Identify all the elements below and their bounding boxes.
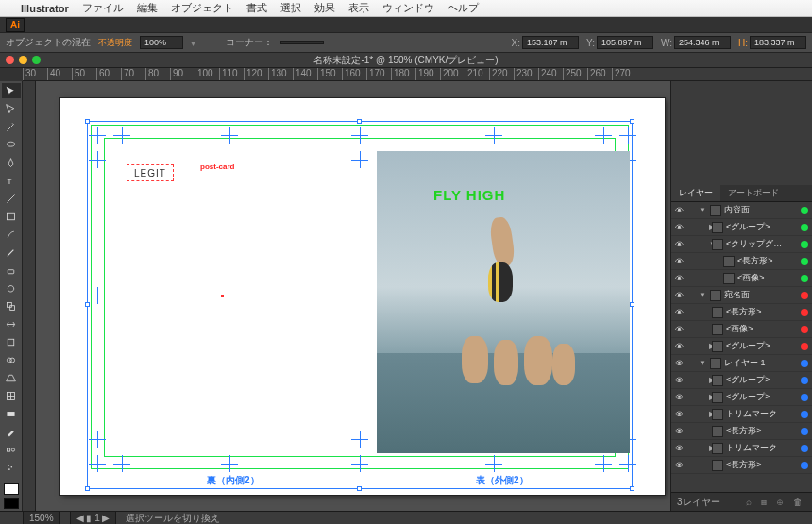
menu-file[interactable]: ファイル	[82, 1, 124, 15]
layer-row[interactable]: 👁<長方形>	[671, 304, 812, 321]
svg-point-14	[8, 465, 9, 466]
layer-row[interactable]: 👁<長方形>	[671, 253, 812, 270]
menu-help[interactable]: ヘルプ	[448, 1, 479, 15]
layer-row[interactable]: 👁▼レイヤー 1	[671, 355, 812, 372]
menu-type[interactable]: 書式	[246, 1, 267, 15]
visibility-icon[interactable]: 👁	[671, 393, 686, 402]
eyedropper-tool[interactable]	[2, 424, 21, 439]
ruler-vertical[interactable]	[23, 81, 36, 511]
paintbrush-tool[interactable]	[2, 227, 21, 242]
magic-wand-tool[interactable]	[2, 119, 21, 134]
corner-input[interactable]	[280, 41, 324, 44]
visibility-icon[interactable]: 👁	[671, 427, 686, 436]
layer-row[interactable]: 👁▶<グループ>	[671, 389, 812, 406]
trim-mark	[113, 127, 130, 144]
selection-tool[interactable]	[2, 83, 21, 98]
zoom-level[interactable]: 150%	[23, 511, 60, 524]
opacity-input[interactable]: 100%	[140, 36, 183, 49]
scale-tool[interactable]	[2, 298, 21, 313]
menu-view[interactable]: 表示	[348, 1, 369, 15]
svg-rect-3	[7, 213, 14, 220]
layer-row[interactable]: 👁<長方形>	[671, 457, 812, 474]
lasso-tool[interactable]	[2, 137, 21, 152]
layer-count: 3レイヤー	[677, 496, 720, 509]
trim-mark	[619, 127, 636, 144]
logo-box[interactable]: LEGIT	[127, 164, 174, 181]
symbol-sprayer-tool[interactable]	[2, 460, 21, 475]
layer-row[interactable]: 👁▼<クリップグ…	[671, 236, 812, 253]
layer-list[interactable]: 👁▼内容面👁▶<グループ>👁▼<クリップグ…👁<長方形>👁<画像>👁▼宛名面👁<…	[671, 202, 812, 492]
layer-row[interactable]: 👁▶<グループ>	[671, 219, 812, 236]
blend-tool[interactable]	[2, 442, 21, 457]
free-transform-tool[interactable]	[2, 334, 21, 349]
eraser-tool[interactable]	[2, 262, 21, 278]
layer-row[interactable]: 👁<画像>	[671, 321, 812, 338]
canvas[interactable]: LEGIT post-card FLY HIGH 裏（内側2） 表（外側2）	[23, 81, 670, 511]
direct-selection-tool[interactable]	[2, 101, 21, 116]
trim-mark	[351, 127, 368, 144]
artboard-nav[interactable]: ◀ ▮ 1 ▶	[70, 511, 117, 524]
trim-mark	[619, 455, 636, 472]
visibility-icon[interactable]: 👁	[671, 240, 686, 249]
mesh-tool[interactable]	[2, 388, 21, 403]
visibility-icon[interactable]: 👁	[671, 461, 686, 470]
svg-rect-6	[10, 305, 15, 310]
color-swatches[interactable]	[4, 483, 19, 509]
svg-point-15	[11, 465, 13, 467]
menu-edit[interactable]: 編集	[137, 1, 158, 15]
visibility-icon[interactable]: 👁	[671, 359, 686, 368]
y-input[interactable]: 105.897 m	[597, 36, 653, 49]
h-input[interactable]: 183.337 m	[750, 36, 806, 49]
visibility-icon[interactable]: 👁	[671, 342, 686, 351]
photo-image[interactable]: FLY HIGH	[377, 151, 630, 453]
menu-window[interactable]: ウィンドウ	[382, 1, 434, 15]
menu-effect[interactable]: 効果	[314, 1, 335, 15]
layer-row[interactable]: 👁▼内容面	[671, 202, 812, 219]
layer-row[interactable]: 👁<長方形>	[671, 423, 812, 440]
layer-row[interactable]: 👁▼宛名面	[671, 287, 812, 304]
tab-layers[interactable]: レイヤー	[671, 185, 720, 201]
perspective-grid-tool[interactable]	[2, 370, 21, 385]
pencil-tool[interactable]	[2, 245, 21, 260]
toolbox: T	[0, 81, 23, 511]
trim-mark	[89, 455, 106, 472]
visibility-icon[interactable]: 👁	[671, 376, 686, 385]
width-tool[interactable]	[2, 316, 21, 331]
x-input[interactable]: 153.107 m	[522, 36, 579, 49]
visibility-icon[interactable]: 👁	[671, 291, 686, 300]
menu-object[interactable]: オブジェクト	[171, 1, 233, 15]
layer-row[interactable]: 👁▶<グループ>	[671, 372, 812, 389]
trim-mark	[221, 127, 238, 144]
visibility-icon[interactable]: 👁	[671, 206, 686, 215]
tab-artboards[interactable]: アートボード	[720, 185, 787, 201]
type-tool[interactable]: T	[2, 173, 21, 188]
rectangle-tool[interactable]	[2, 209, 21, 224]
layer-row[interactable]: 👁▶<グループ>	[671, 338, 812, 355]
visibility-icon[interactable]: 👁	[671, 325, 686, 334]
menu-app[interactable]: Illustrator	[21, 3, 69, 14]
pen-tool[interactable]	[2, 155, 21, 170]
w-input[interactable]: 254.346 m	[674, 36, 731, 49]
corner-label: コーナー：	[226, 36, 273, 49]
visibility-icon[interactable]: 👁	[671, 257, 686, 266]
visibility-icon[interactable]: 👁	[671, 274, 686, 283]
rotate-tool[interactable]	[2, 280, 21, 296]
line-tool[interactable]	[2, 191, 21, 206]
visibility-icon[interactable]: 👁	[671, 308, 686, 317]
svg-rect-7	[8, 339, 14, 346]
ruler-horizontal[interactable]: 3040506070809010011012013014015016017018…	[23, 68, 812, 81]
trim-mark	[89, 151, 106, 168]
layer-row[interactable]: 👁▶トリムマーク	[671, 440, 812, 457]
trim-mark	[89, 127, 106, 144]
visibility-icon[interactable]: 👁	[671, 410, 686, 419]
visibility-icon[interactable]: 👁	[671, 444, 686, 453]
gradient-tool[interactable]	[2, 406, 21, 421]
shape-builder-tool[interactable]	[2, 352, 21, 367]
traffic-lights[interactable]	[6, 56, 41, 64]
panel-footer-icons[interactable]: ⌕ ▦ ⊕ 🗑	[746, 497, 806, 507]
layer-row[interactable]: 👁<画像>	[671, 270, 812, 287]
trim-mark	[113, 455, 130, 472]
layer-row[interactable]: 👁▶トリムマーク	[671, 406, 812, 423]
menu-select[interactable]: 選択	[280, 1, 301, 15]
visibility-icon[interactable]: 👁	[671, 223, 686, 232]
